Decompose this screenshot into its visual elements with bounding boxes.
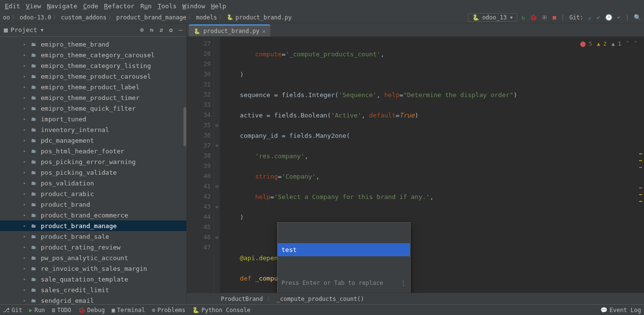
code-area[interactable]: compute='_compute_products_count', ) seq… <box>220 37 644 293</box>
tree-item[interactable]: ▸🖿pos_validation <box>0 178 186 188</box>
editor-breadcrumbs[interactable]: ProductBrand 〉 _compute_products_count() <box>187 293 644 304</box>
git-revert-icon[interactable]: ↶ <box>617 14 621 21</box>
tree-item[interactable]: ▸🖿pos_html_header_footer <box>0 146 186 156</box>
event-log[interactable]: 💬Event Log <box>600 307 641 314</box>
expand-arrow-icon[interactable]: ▸ <box>23 191 28 196</box>
tree-item[interactable]: ▸🖿product_brand_ecommerce <box>0 210 186 220</box>
crumb[interactable]: odoo-13.0 <box>19 14 51 21</box>
tree-item[interactable]: ▸🖿emipro_theme_category_listing <box>0 60 186 71</box>
tool-window-run[interactable]: ▶Run <box>29 307 45 314</box>
editor-tabs[interactable]: 🐍 product_brand.py ✕ <box>187 23 644 37</box>
tree-item[interactable]: ▸🖿product_arabic <box>0 188 186 199</box>
tree-item[interactable]: ▸🖿product_rating_review <box>0 242 186 252</box>
line-number[interactable]: 39 <box>187 161 211 171</box>
collapse-icon[interactable]: ⇵ <box>160 26 164 33</box>
tree-item[interactable]: ▸🖿product_brand_sale <box>0 231 186 242</box>
tree-item[interactable]: ▸🖿sale_quatation_template <box>0 274 186 284</box>
autocomplete-popup[interactable]: test Press Enter or Tab to replace ⋮ <box>277 222 411 293</box>
tree-item[interactable]: ▸🖿inventory_internal <box>0 124 186 135</box>
expand-arrow-icon[interactable]: ▸ <box>23 127 28 132</box>
main-menu[interactable]: Edit View Navigate Code Refactor Run Too… <box>0 0 644 12</box>
search-icon[interactable]: 🔍 <box>634 14 641 21</box>
tool-window-problems[interactable]: ⊘Problems <box>152 307 185 314</box>
warnings-icon[interactable]: ▲ 2 <box>597 41 607 47</box>
tree-item[interactable]: ▸🖿product_brand <box>0 199 186 210</box>
tree-item[interactable]: ▸🖿emipro_theme_category_carousel <box>0 50 186 60</box>
line-number[interactable]: 42 <box>187 192 211 202</box>
line-number[interactable]: 40 <box>187 171 211 182</box>
menu-help[interactable]: Help <box>209 2 228 10</box>
weak-warnings-icon[interactable]: ▲ 1 <box>611 41 621 47</box>
tree-item[interactable]: ▸🖿import_tuned <box>0 114 186 124</box>
inspection-up-icon[interactable]: ˆ <box>626 41 629 47</box>
line-number[interactable]: 46 <box>187 232 211 243</box>
tree-item[interactable]: ▸🖿emipro_theme_product_timer <box>0 92 186 103</box>
expand-arrow-icon[interactable]: ▸ <box>23 149 28 153</box>
expand-arrow-icon[interactable]: ▸ <box>23 74 28 79</box>
crumb[interactable]: product_brand.py <box>235 14 292 21</box>
tree-item[interactable]: ▸🖿emipro_theme_quick_filter <box>0 103 186 114</box>
expand-arrow-icon[interactable]: ▸ <box>23 42 28 47</box>
expand-arrow-icon[interactable]: ▸ <box>23 234 28 239</box>
tool-window-git[interactable]: ⎇Git <box>3 307 22 314</box>
inspections-widget[interactable]: ⬤ 5 ▲ 2 ▲ 1 ˆ ˇ <box>580 41 637 47</box>
expand-arrow-icon[interactable]: ▸ <box>23 277 28 282</box>
menu-window[interactable]: Window <box>181 2 207 10</box>
expand-arrow-icon[interactable]: ▸ <box>23 202 28 207</box>
line-number[interactable]: 34 <box>187 110 211 120</box>
menu-refactor[interactable]: Refactor <box>102 2 137 10</box>
expand-arrow-icon[interactable]: ▸ <box>23 52 28 57</box>
tool-window-terminal[interactable]: ▣Terminal <box>112 307 145 314</box>
more-icon[interactable]: ⋮ <box>400 278 406 288</box>
git-commit-icon[interactable]: ✔ <box>596 14 600 21</box>
tree-item[interactable]: ▸🖿emipro_theme_brand <box>0 39 186 50</box>
line-number[interactable]: 38 <box>187 151 211 161</box>
line-number[interactable]: 37 <box>187 141 211 151</box>
expand-icon[interactable]: ⇆ <box>150 26 154 33</box>
line-number[interactable]: 32 <box>187 90 211 100</box>
line-number[interactable]: 33 <box>187 100 211 110</box>
expand-arrow-icon[interactable]: ▸ <box>23 63 28 68</box>
inspection-down-icon[interactable]: ˇ <box>634 41 637 47</box>
tree-item[interactable]: ▸🖿pdc_management <box>0 135 186 146</box>
breadcrumb-item[interactable]: _compute_products_count() <box>277 296 364 302</box>
editor[interactable]: 2728293031323334353637383940414243444546… <box>187 37 644 293</box>
autocomplete-item[interactable]: test <box>278 243 410 256</box>
expand-arrow-icon[interactable]: ▸ <box>23 245 28 249</box>
git-update-icon[interactable]: ↙ <box>588 14 592 21</box>
expand-arrow-icon[interactable]: ▸ <box>23 116 28 121</box>
tree-item[interactable]: ▸🖿pos_picking_validate <box>0 167 186 178</box>
tool-window-debug[interactable]: 🐞Debug <box>78 307 105 314</box>
tree-item[interactable]: ▸🖿emipro_theme_product_carousel <box>0 71 186 82</box>
project-header[interactable]: ▦ Project ▾ ⊕ ⇆ ⇵ ✿ — <box>0 23 186 37</box>
expand-arrow-icon[interactable]: ▸ <box>23 213 28 217</box>
menu-edit[interactable]: Edit <box>3 2 22 10</box>
tool-window-python-console[interactable]: 🐍Python Console <box>192 307 250 314</box>
line-number[interactable]: 43 <box>187 202 211 212</box>
menu-tools[interactable]: Tools <box>156 2 179 10</box>
breadcrumb-item[interactable]: ProductBrand <box>221 296 263 302</box>
tree-item[interactable]: ▸🖿product_brand_manage <box>0 220 186 231</box>
expand-arrow-icon[interactable]: ▸ <box>23 287 28 292</box>
line-number[interactable]: 41 <box>187 182 211 192</box>
tree-item[interactable]: ▸🖿sales_credit_limit <box>0 284 186 295</box>
expand-arrow-icon[interactable]: ▸ <box>23 106 28 111</box>
expand-arrow-icon[interactable]: ▸ <box>23 170 28 175</box>
line-number[interactable]: 27 <box>187 39 211 49</box>
expand-arrow-icon[interactable]: ▸ <box>23 159 28 164</box>
run-configuration-selector[interactable]: 🐍 odoo_13 ▾ <box>468 13 518 22</box>
line-number[interactable]: 45 <box>187 222 211 232</box>
line-number[interactable]: 44 <box>187 212 211 222</box>
debug-icon[interactable]: 🐞 <box>530 14 537 21</box>
line-number[interactable]: 31 <box>187 80 211 90</box>
expand-arrow-icon[interactable]: ▸ <box>23 138 28 143</box>
line-number[interactable]: 35 <box>187 120 211 131</box>
crumb[interactable]: product_brand_manage <box>116 14 186 21</box>
line-number[interactable]: 47 <box>187 243 211 253</box>
stop-icon[interactable]: ■ <box>553 14 556 21</box>
error-stripe[interactable] <box>639 153 642 208</box>
tree-item[interactable]: ▸🖿emipro_theme_product_label <box>0 82 186 92</box>
expand-arrow-icon[interactable]: ▸ <box>23 84 28 89</box>
expand-arrow-icon[interactable]: ▸ <box>23 298 28 303</box>
tree-item[interactable]: ▸🖿sendgrid_email <box>0 295 186 304</box>
